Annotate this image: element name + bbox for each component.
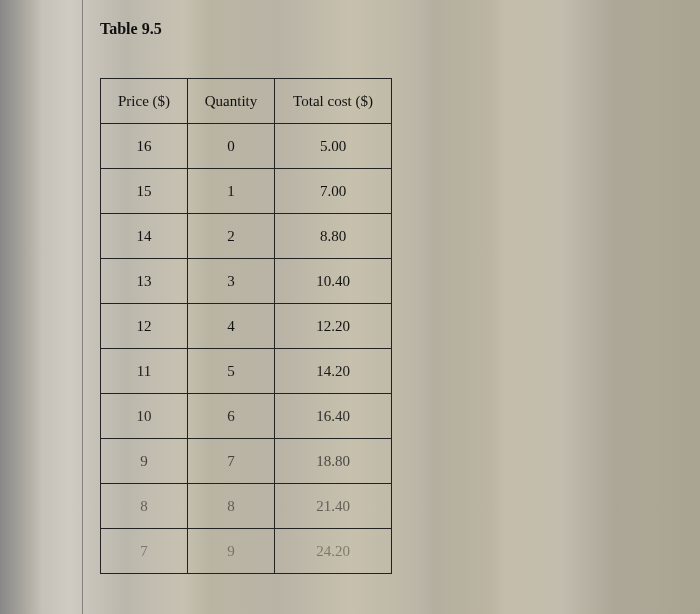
cell-total-cost: 21.40	[275, 484, 392, 529]
cell-price: 9	[101, 439, 188, 484]
table-title: Table 9.5	[100, 20, 640, 38]
cell-quantity: 6	[188, 394, 275, 439]
table-header-row: Price ($) Quantity Total cost ($)	[101, 79, 392, 124]
cell-price: 13	[101, 259, 188, 304]
table-row: 15 1 7.00	[101, 169, 392, 214]
cell-quantity: 5	[188, 349, 275, 394]
data-table: Price ($) Quantity Total cost ($) 16 0 5…	[100, 78, 392, 574]
table-row: 9 7 18.80	[101, 439, 392, 484]
cell-total-cost: 5.00	[275, 124, 392, 169]
cell-quantity: 1	[188, 169, 275, 214]
cell-price: 7	[101, 529, 188, 574]
table-row: 11 5 14.20	[101, 349, 392, 394]
table-row: 14 2 8.80	[101, 214, 392, 259]
cell-total-cost: 24.20	[275, 529, 392, 574]
cell-quantity: 8	[188, 484, 275, 529]
cell-total-cost: 10.40	[275, 259, 392, 304]
cell-price: 10	[101, 394, 188, 439]
table-row: 12 4 12.20	[101, 304, 392, 349]
cell-quantity: 2	[188, 214, 275, 259]
cell-total-cost: 18.80	[275, 439, 392, 484]
cell-total-cost: 14.20	[275, 349, 392, 394]
table-row: 7 9 24.20	[101, 529, 392, 574]
cell-price: 16	[101, 124, 188, 169]
cell-quantity: 7	[188, 439, 275, 484]
cell-price: 14	[101, 214, 188, 259]
cell-quantity: 4	[188, 304, 275, 349]
cell-price: 12	[101, 304, 188, 349]
cell-price: 15	[101, 169, 188, 214]
table-row: 16 0 5.00	[101, 124, 392, 169]
cell-quantity: 0	[188, 124, 275, 169]
cell-price: 8	[101, 484, 188, 529]
table-row: 10 6 16.40	[101, 394, 392, 439]
cell-total-cost: 7.00	[275, 169, 392, 214]
cell-total-cost: 8.80	[275, 214, 392, 259]
cell-total-cost: 12.20	[275, 304, 392, 349]
col-header-quantity: Quantity	[188, 79, 275, 124]
col-header-price: Price ($)	[101, 79, 188, 124]
page-content: Table 9.5 Price ($) Quantity Total cost …	[100, 20, 640, 574]
cell-quantity: 9	[188, 529, 275, 574]
cell-total-cost: 16.40	[275, 394, 392, 439]
page-margin-rule	[82, 0, 83, 614]
table-row: 8 8 21.40	[101, 484, 392, 529]
cell-price: 11	[101, 349, 188, 394]
col-header-total-cost: Total cost ($)	[275, 79, 392, 124]
cell-quantity: 3	[188, 259, 275, 304]
table-row: 13 3 10.40	[101, 259, 392, 304]
